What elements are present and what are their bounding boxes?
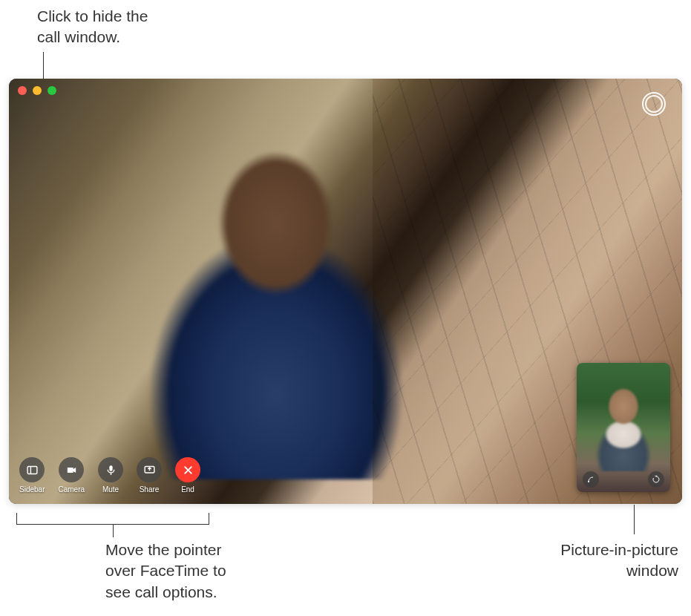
svg-rect-2: [109, 465, 112, 471]
sidebar-button[interactable]: Sidebar: [19, 457, 45, 494]
pip-window[interactable]: [577, 363, 670, 492]
callout-bracket-stem: [113, 524, 114, 537]
mute-label: Mute: [102, 485, 119, 494]
share-label: Share: [140, 485, 160, 494]
callout-pip: Picture-in-picture window: [493, 540, 678, 582]
share-button[interactable]: Share: [137, 457, 162, 494]
callout-bracket: [16, 513, 209, 525]
mute-button[interactable]: Mute: [98, 457, 123, 494]
close-window-button[interactable]: [18, 86, 27, 95]
camera-icon: [65, 464, 78, 476]
sidebar-label: Sidebar: [19, 485, 45, 494]
end-call-button[interactable]: End: [175, 457, 200, 494]
rotate-icon: [652, 475, 661, 484]
pip-rotate-button[interactable]: [648, 471, 664, 488]
effects-icon: [586, 475, 595, 484]
svg-point-4: [588, 481, 589, 482]
callout-call-options: Move the pointer over FaceTime to see ca…: [105, 540, 226, 603]
svg-rect-0: [27, 466, 37, 474]
live-photo-button[interactable]: [642, 92, 666, 116]
camera-label: Camera: [58, 485, 85, 494]
share-screen-icon: [143, 464, 156, 476]
facetime-window: Sidebar Camera Mute Share End: [9, 79, 682, 504]
sidebar-icon: [26, 464, 39, 476]
callout-hide-window: Click to hide the call window.: [37, 6, 148, 48]
call-controls-bar: Sidebar Camera Mute Share End: [19, 457, 200, 494]
window-controls: [18, 86, 56, 95]
camera-button[interactable]: Camera: [58, 457, 85, 494]
fullscreen-window-button[interactable]: [48, 86, 56, 95]
microphone-icon: [105, 464, 117, 476]
pip-effects-button[interactable]: [583, 471, 599, 488]
callout-pip-line: [634, 505, 635, 534]
pip-controls: [577, 471, 670, 488]
minimize-window-button[interactable]: [33, 86, 42, 95]
end-label: End: [181, 485, 194, 494]
close-icon: [182, 464, 194, 476]
